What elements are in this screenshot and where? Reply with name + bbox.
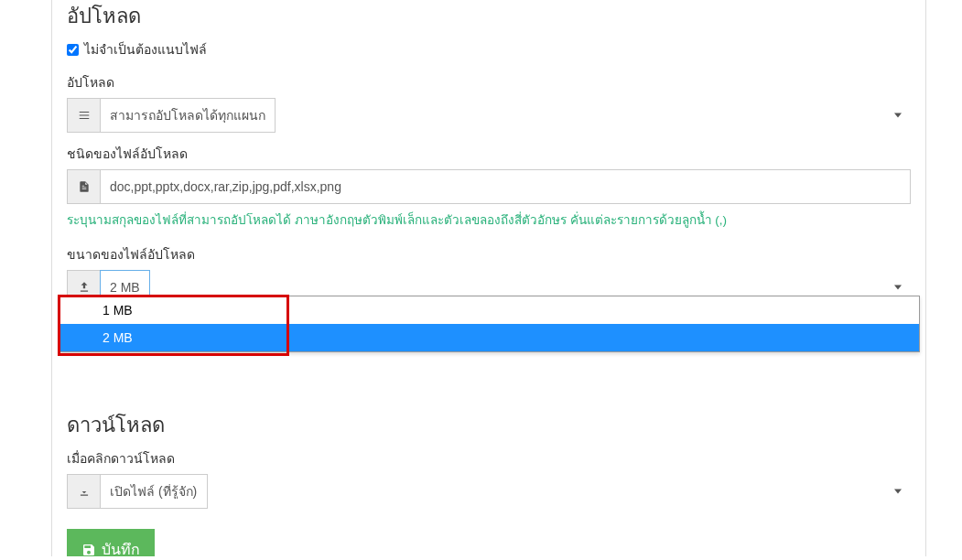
filetype-hint: ระบุนามสกุลของไฟล์ที่สามารถอัปโหลดได้ ภา… — [67, 210, 911, 230]
save-icon — [81, 543, 96, 557]
upload-section-title: อัปโหลด — [67, 0, 911, 39]
download-onclick-label: เมื่อคลิกดาวน์โหลด — [67, 448, 911, 468]
filesize-label: ขนาดของไฟล์อัปโหลด — [67, 244, 911, 264]
no-attachment-label: ไม่จำเป็นต้องแนบไฟล์ — [84, 39, 207, 59]
upload-permission-select[interactable]: สามารถอัปโหลดได้ทุกแผนก — [100, 98, 276, 133]
download-onclick-select[interactable]: เปิดไฟล์ (ที่รู้จัก) — [100, 474, 208, 509]
file-icon — [67, 169, 100, 204]
filesize-option-2mb[interactable]: 2 MB — [60, 324, 919, 351]
filesize-option-1mb[interactable]: 1 MB — [60, 296, 919, 324]
upload-permission-label: อัปโหลด — [67, 72, 911, 92]
save-button-label: บันทึก — [102, 538, 140, 556]
filetype-input[interactable] — [100, 169, 911, 204]
save-button[interactable]: บันทึก — [67, 529, 155, 556]
filetype-label: ชนิดของไฟล์อัปโหลด — [67, 144, 911, 164]
download-section-title: ดาวน์โหลด — [67, 405, 911, 448]
filesize-dropdown-list[interactable]: 1 MB 2 MB — [59, 296, 920, 352]
no-attachment-checkbox[interactable] — [67, 44, 79, 56]
list-icon — [67, 98, 100, 133]
download-icon — [67, 474, 100, 509]
